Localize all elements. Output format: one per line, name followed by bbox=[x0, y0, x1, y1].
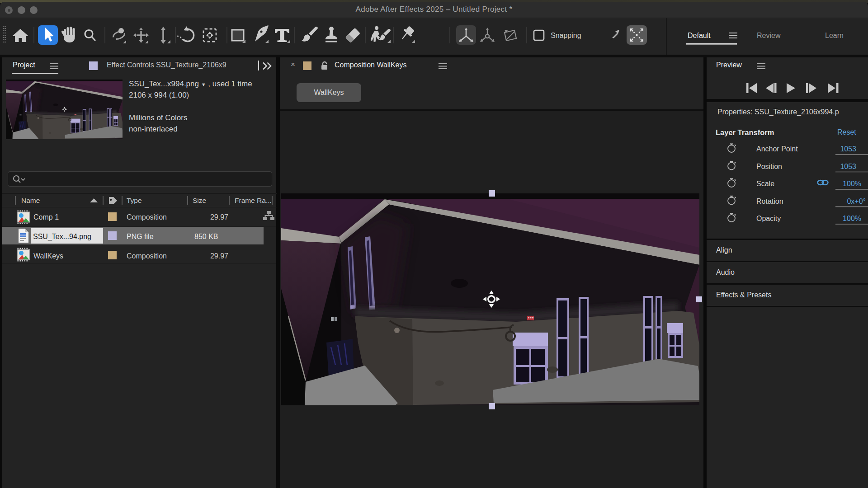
svg-text:Comp 1: Comp 1 bbox=[33, 213, 59, 221]
svg-text:1053: 1053 bbox=[840, 145, 856, 153]
svg-text:Anchor Point: Anchor Point bbox=[756, 145, 798, 153]
svg-text:100%: 100% bbox=[843, 180, 861, 188]
svg-text:29.97: 29.97 bbox=[210, 252, 228, 260]
svg-text:Default: Default bbox=[688, 32, 711, 39]
svg-text:Learn: Learn bbox=[825, 32, 844, 39]
svg-text:Composition: Composition bbox=[127, 252, 167, 260]
svg-text:Frame Ra...: Frame Ra... bbox=[235, 197, 272, 204]
svg-text:Snapping: Snapping bbox=[551, 32, 581, 39]
svg-text:Review: Review bbox=[757, 32, 781, 39]
svg-text:29.97: 29.97 bbox=[210, 213, 228, 221]
svg-text:Position: Position bbox=[756, 163, 782, 170]
svg-text:PNG file: PNG file bbox=[127, 233, 154, 240]
svg-text:SSU_Tex...94.png: SSU_Tex...94.png bbox=[33, 233, 91, 241]
svg-text:100%: 100% bbox=[843, 215, 861, 222]
svg-text:Size: Size bbox=[193, 197, 206, 204]
svg-text:Composition: Composition bbox=[127, 213, 167, 221]
svg-text:Scale: Scale bbox=[756, 180, 774, 188]
svg-text:Opacity: Opacity bbox=[756, 215, 781, 222]
svg-text:Rotation: Rotation bbox=[756, 197, 783, 205]
svg-text:0x+0°: 0x+0° bbox=[847, 197, 866, 205]
svg-text:1053: 1053 bbox=[840, 163, 856, 170]
svg-text:Name: Name bbox=[21, 197, 40, 204]
svg-text:WallKeys: WallKeys bbox=[33, 252, 63, 260]
svg-text:850 KB: 850 KB bbox=[194, 233, 218, 240]
svg-text:Type: Type bbox=[127, 197, 142, 204]
